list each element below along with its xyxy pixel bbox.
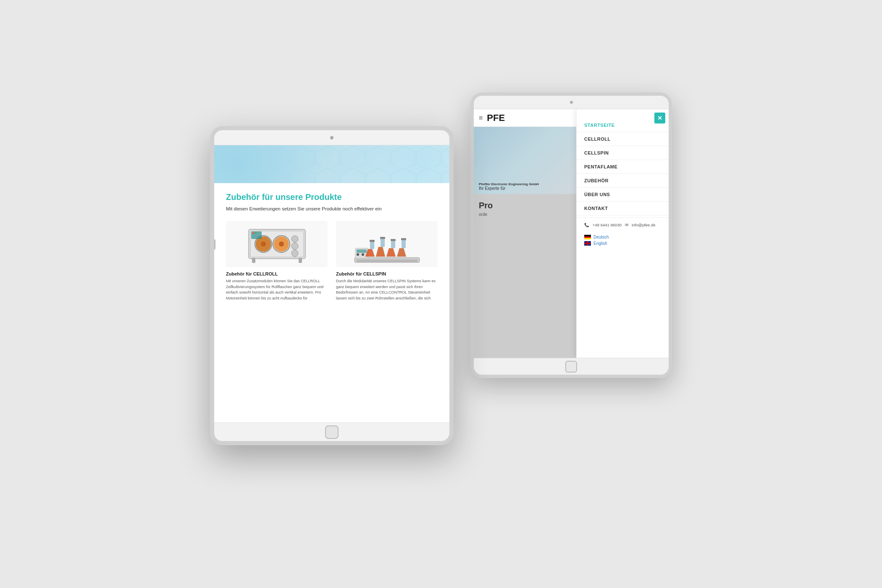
menu-item-cellspin[interactable]: CELLSPIN bbox=[577, 146, 669, 160]
back-tablet-top-bar bbox=[474, 96, 669, 109]
page-subtitle: Mit diesen Erweiterungen setzen Sie unse… bbox=[226, 205, 438, 213]
english-label[interactable]: English bbox=[593, 241, 607, 246]
navigation-menu: ✕ STARTSEITE CELLROLL CELLSPIN PENTAFLAM… bbox=[576, 109, 669, 358]
cellspin-card: Zubehör für CELLSPIN Durch die Modularit… bbox=[336, 221, 438, 301]
email-address: info@pfee.de bbox=[632, 223, 656, 227]
language-english[interactable]: English bbox=[584, 241, 661, 246]
svg-rect-31 bbox=[380, 237, 385, 239]
deutsch-label[interactable]: Deutsch bbox=[593, 235, 609, 239]
front-tablet-camera bbox=[330, 136, 333, 139]
back-tablet-camera bbox=[570, 101, 573, 104]
front-tablet-side-button[interactable] bbox=[213, 239, 215, 249]
front-tablet-bottom-bar bbox=[214, 423, 449, 441]
svg-point-24 bbox=[357, 253, 359, 256]
back-hero-tagline: Ihr Experte für bbox=[479, 186, 539, 191]
front-website-content: Zubehör für unsere Produkte Mit diesen E… bbox=[214, 145, 449, 423]
back-content-title: Pro bbox=[479, 201, 571, 210]
scene: ≡ PFE Pfeiffer Electronic Engineering Gm… bbox=[210, 63, 672, 525]
menu-items-list: STARTSEITE CELLROLL CELLSPIN PENTAFLAME … bbox=[577, 118, 669, 215]
cellspin-image bbox=[336, 221, 438, 267]
back-company-name: Pfeiffer Electronic Engineering GmbH bbox=[479, 182, 539, 186]
cellspin-title: Zubehör für CELLSPIN bbox=[336, 271, 438, 276]
svg-point-14 bbox=[291, 250, 298, 257]
svg-rect-32 bbox=[391, 239, 396, 241]
front-tablet-home-button[interactable] bbox=[325, 425, 339, 439]
front-hero-banner bbox=[214, 145, 449, 183]
cellroll-title: Zubehör für CELLROLL bbox=[226, 271, 328, 276]
menu-contact-info: 📞 +49 6441 96030 ✉ info@pfee.de bbox=[577, 217, 669, 232]
svg-rect-21 bbox=[357, 260, 417, 262]
back-content-area: Pro orde bbox=[474, 194, 576, 358]
back-website-header: ≡ PFE bbox=[474, 109, 576, 127]
svg-point-11 bbox=[279, 242, 284, 247]
svg-rect-23 bbox=[357, 249, 367, 253]
menu-item-uber-uns[interactable]: ÜBER UNS bbox=[577, 188, 669, 202]
flag-en-icon bbox=[584, 241, 591, 246]
cellroll-description: Mit unseren Zusatzmodulen können Sie das… bbox=[226, 278, 328, 301]
svg-rect-29 bbox=[402, 239, 406, 248]
hex-pattern-svg bbox=[214, 145, 449, 183]
back-tablet-home-button[interactable] bbox=[565, 361, 577, 373]
svg-rect-27 bbox=[381, 238, 385, 247]
menu-item-cellroll[interactable]: CELLROLL bbox=[577, 132, 669, 146]
page-title: Zubehör für unsere Produkte bbox=[226, 192, 438, 202]
cellspin-description: Durch die Modularität unseres CELLSPIN S… bbox=[336, 278, 438, 301]
cellspin-illustration bbox=[350, 223, 424, 265]
svg-rect-18 bbox=[252, 258, 255, 263]
back-logo: PFE bbox=[487, 113, 505, 123]
menu-close-button[interactable]: ✕ bbox=[654, 113, 665, 123]
front-tablet: Zubehör für unsere Produkte Mit diesen E… bbox=[210, 126, 454, 445]
back-content-sub: orde bbox=[479, 212, 571, 217]
menu-languages: Deutsch English bbox=[577, 232, 669, 248]
svg-rect-2 bbox=[214, 145, 449, 183]
cellroll-image bbox=[226, 221, 328, 267]
flag-de-icon bbox=[584, 235, 591, 239]
front-tablet-top-bar bbox=[214, 130, 449, 145]
svg-rect-19 bbox=[299, 258, 302, 263]
email-icon: ✉ bbox=[625, 223, 628, 227]
language-deutsch[interactable]: Deutsch bbox=[584, 235, 661, 239]
back-tablet-screen: ≡ PFE Pfeiffer Electronic Engineering Gm… bbox=[474, 109, 669, 358]
products-row: Zubehör für CELLROLL Mit unseren Zusatzm… bbox=[226, 221, 438, 301]
menu-item-kontakt[interactable]: KONTAKT bbox=[577, 202, 669, 215]
svg-rect-33 bbox=[401, 238, 406, 240]
back-hero-image: Pfeiffer Electronic Engineering GmbH Ihr… bbox=[474, 127, 576, 194]
back-website-content: ≡ PFE Pfeiffer Electronic Engineering Gm… bbox=[474, 109, 576, 358]
front-tablet-screen: Zubehör für unsere Produkte Mit diesen E… bbox=[214, 145, 449, 423]
svg-rect-16 bbox=[252, 232, 254, 234]
phone-number: +49 6441 96030 bbox=[593, 223, 622, 227]
svg-point-25 bbox=[362, 253, 364, 256]
back-tablet-bottom-bar bbox=[474, 358, 669, 375]
svg-rect-30 bbox=[370, 240, 375, 242]
svg-point-12 bbox=[291, 236, 298, 242]
svg-rect-17 bbox=[255, 232, 257, 234]
front-body-content: Zubehör für unsere Produkte Mit diesen E… bbox=[214, 183, 449, 317]
cellroll-illustration bbox=[244, 223, 310, 265]
menu-item-pentaflame[interactable]: PENTAFLAME bbox=[577, 160, 669, 174]
cellroll-card: Zubehör für CELLROLL Mit unseren Zusatzm… bbox=[226, 221, 328, 301]
phone-icon: 📞 bbox=[584, 223, 589, 227]
back-hero-overlay: Pfeiffer Electronic Engineering GmbH Ihr… bbox=[479, 182, 539, 191]
svg-point-8 bbox=[261, 242, 266, 247]
back-tablet: ≡ PFE Pfeiffer Electronic Engineering Gm… bbox=[470, 92, 672, 378]
svg-point-13 bbox=[291, 243, 298, 249]
menu-item-zubehor[interactable]: ZUBEHÖR bbox=[577, 174, 669, 188]
hamburger-icon[interactable]: ≡ bbox=[479, 114, 483, 122]
